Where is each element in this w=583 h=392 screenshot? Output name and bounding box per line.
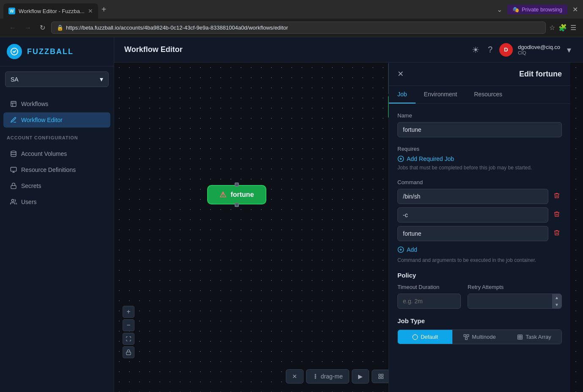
- sidebar-item-workflow-editor[interactable]: Workflow Editor: [3, 112, 110, 128]
- new-tab-btn[interactable]: +: [98, 3, 110, 16]
- workflows-label: Workflows: [21, 101, 48, 107]
- zoom-in-btn[interactable]: +: [123, 306, 134, 318]
- sidebar-header: FUZZBALL: [0, 37, 114, 66]
- spinner-down-btn[interactable]: ▼: [552, 301, 561, 308]
- sidebar-item-secrets[interactable]: Secrets: [3, 178, 110, 193]
- close-window-btn[interactable]: ✕: [571, 4, 580, 15]
- add-required-icon: [397, 155, 404, 162]
- sidebar-item-users[interactable]: Users: [3, 194, 110, 210]
- workflow-node-fortune[interactable]: ⚠ fortune: [207, 185, 266, 204]
- toolbar-play-btn[interactable]: ▶: [352, 369, 369, 384]
- workflows-icon: [10, 101, 17, 107]
- command-row-1: [397, 207, 562, 223]
- add-required-job-btn[interactable]: Add Required Job: [397, 155, 454, 162]
- job-type-task-array-btn[interactable]: Task Array: [507, 330, 561, 344]
- svg-point-2: [11, 151, 16, 152]
- multinode-label: Multinode: [472, 334, 495, 340]
- timeout-label: Timeout Duration: [397, 284, 461, 290]
- node-box[interactable]: ⚠ fortune: [207, 185, 266, 204]
- private-label: Private browsing: [522, 6, 562, 13]
- theme-toggle-btn[interactable]: ☀: [470, 43, 481, 57]
- tab-close-btn[interactable]: ✕: [88, 8, 93, 14]
- edit-tab-job[interactable]: Job: [389, 86, 416, 103]
- edit-panel: ✕ Edit fortune Job Environment Resources: [389, 63, 570, 392]
- trash-icon-2: [553, 229, 560, 236]
- grid-icon: [378, 373, 384, 379]
- play-icon: ▶: [358, 373, 363, 380]
- task-array-label: Task Array: [526, 334, 551, 340]
- reload-btn[interactable]: ↻: [37, 22, 48, 33]
- delete-command-2-btn[interactable]: [552, 228, 562, 240]
- private-browsing-badge: 🎭 Private browsing: [507, 5, 567, 14]
- toolbar-grid-btn[interactable]: [372, 370, 390, 383]
- edit-panel-title: Edit fortune: [519, 70, 562, 79]
- help-btn[interactable]: ?: [486, 43, 494, 56]
- job-type-selector: Default Multinode Task Array: [397, 329, 562, 344]
- edit-tab-environment[interactable]: Environment: [416, 86, 466, 103]
- task-array-icon: [517, 334, 523, 340]
- toolbar-drag-btn[interactable]: drag-me: [306, 369, 349, 384]
- zoom-fit-btn[interactable]: [123, 333, 134, 345]
- job-type-default-btn[interactable]: Default: [398, 330, 452, 344]
- delete-command-1-btn[interactable]: [552, 209, 562, 221]
- edit-tab-resources[interactable]: Resources: [465, 86, 511, 103]
- user-info[interactable]: dgodlove@ciq.co CIQ: [518, 44, 560, 55]
- command-input-0[interactable]: [397, 189, 548, 204]
- workspace-label: SA: [11, 76, 19, 83]
- bookmark-btn[interactable]: ☆: [549, 24, 555, 32]
- sidebar-item-workflows[interactable]: Workflows: [3, 96, 110, 112]
- sidebar-item-resource-definitions[interactable]: Resource Definitions: [3, 162, 110, 177]
- workflow-editor-icon: [10, 117, 17, 123]
- user-avatar[interactable]: D: [499, 43, 513, 57]
- delete-command-0-btn[interactable]: [552, 191, 562, 202]
- multinode-icon: [463, 334, 469, 340]
- node-handle-top[interactable]: [235, 182, 239, 187]
- timeout-input[interactable]: [397, 294, 461, 309]
- policy-title: Policy: [397, 272, 562, 279]
- drag-label: drag-me: [321, 373, 343, 380]
- svg-rect-21: [464, 335, 466, 337]
- name-label: Name: [397, 112, 562, 119]
- page-title: Workflow Editor: [124, 45, 183, 54]
- command-input-1[interactable]: [397, 207, 548, 223]
- user-email: dgodlove@ciq.co: [518, 44, 560, 50]
- forward-btn[interactable]: →: [22, 22, 34, 33]
- url-bar[interactable]: 🔒 https://beta.fuzzball.io/accounts/4ba9…: [51, 22, 546, 34]
- menu-btn[interactable]: ☰: [570, 24, 576, 32]
- name-field-group: Name: [397, 112, 562, 137]
- node-handle-bottom[interactable]: [235, 203, 239, 207]
- job-type-multinode-btn[interactable]: Multinode: [452, 330, 507, 344]
- default-label: Default: [421, 334, 438, 340]
- sidebar: FUZZBALL SA ▾ Workflows Workflow Editor …: [0, 37, 114, 392]
- svg-rect-3: [11, 167, 16, 171]
- svg-point-9: [315, 378, 315, 378]
- active-tab[interactable]: W Workflow Editor - Fuzzba... ✕: [3, 3, 98, 19]
- canvas-area[interactable]: ⚠ fortune Volumes Jobs + −: [114, 63, 583, 392]
- user-dropdown-btn[interactable]: ▾: [565, 43, 573, 57]
- edit-panel-close-btn[interactable]: ✕: [397, 69, 404, 79]
- add-command-icon: [397, 246, 404, 253]
- spinner-up-btn[interactable]: ▲: [552, 294, 561, 301]
- svg-point-5: [11, 199, 14, 201]
- command-input-2[interactable]: [397, 226, 548, 241]
- tabs-dropdown-btn[interactable]: ⌄: [495, 4, 504, 15]
- requires-label: Requires: [397, 146, 562, 152]
- retry-input[interactable]: [468, 294, 552, 308]
- main-nav: Workflows Workflow Editor: [0, 92, 114, 132]
- add-command-btn[interactable]: Add: [397, 245, 417, 255]
- back-btn[interactable]: ←: [7, 22, 19, 33]
- resource-definitions-label: Resource Definitions: [21, 166, 76, 173]
- extensions-btn[interactable]: 🧩: [558, 24, 567, 32]
- app-header: Workflow Editor ☀ ? D dgodlove@ciq.co CI…: [114, 37, 583, 63]
- sidebar-item-account-volumes[interactable]: Account Volumes: [3, 146, 110, 161]
- name-input[interactable]: [397, 122, 562, 137]
- svg-rect-22: [467, 335, 469, 337]
- workspace-dropdown[interactable]: SA ▾: [5, 71, 109, 87]
- chevron-down-icon: ▾: [100, 75, 103, 83]
- svg-rect-24: [518, 335, 523, 339]
- lock-btn[interactable]: [123, 346, 134, 358]
- add-command-label: Add: [407, 246, 417, 253]
- browser-tabs: W Workflow Editor - Fuzzba... ✕ +: [3, 0, 492, 19]
- toolbar-close-btn[interactable]: ✕: [286, 369, 304, 384]
- zoom-out-btn[interactable]: −: [123, 319, 134, 331]
